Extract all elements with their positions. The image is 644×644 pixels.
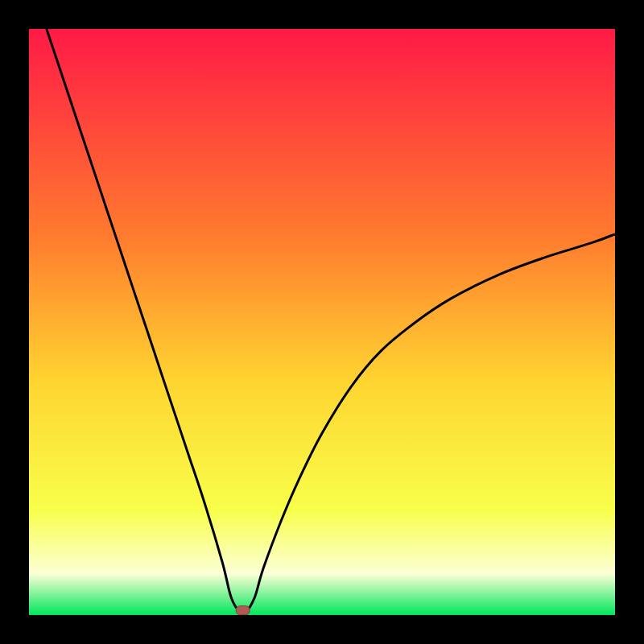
bottleneck-chart	[0, 0, 644, 644]
minimum-marker	[236, 606, 250, 615]
plot-background	[29, 29, 615, 615]
chart-stage: TheBottleneck.com	[0, 0, 644, 644]
